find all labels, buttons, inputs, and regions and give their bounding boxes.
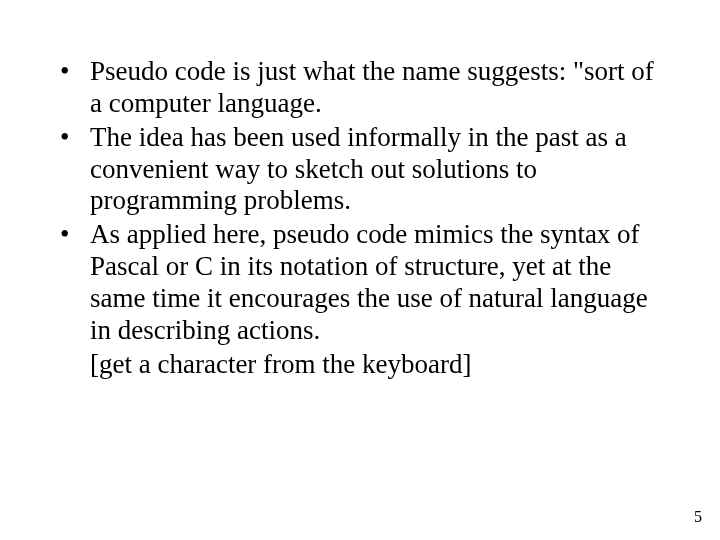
bullet-list: Pseudo code is just what the name sugges… [0,0,720,347]
bullet-text: As applied here, pseudo code mimics the … [90,219,648,345]
page-number: 5 [694,508,702,526]
bullet-text: Pseudo code is just what the name sugges… [90,56,654,118]
slide: Pseudo code is just what the name sugges… [0,0,720,540]
bullet-item: The idea has been used informally in the… [54,122,666,218]
bullet-item: Pseudo code is just what the name sugges… [54,56,666,120]
bullet-item: As applied here, pseudo code mimics the … [54,219,666,346]
bullet-text: The idea has been used informally in the… [90,122,627,216]
example-line: [get a character from the keyboard] [0,349,720,381]
